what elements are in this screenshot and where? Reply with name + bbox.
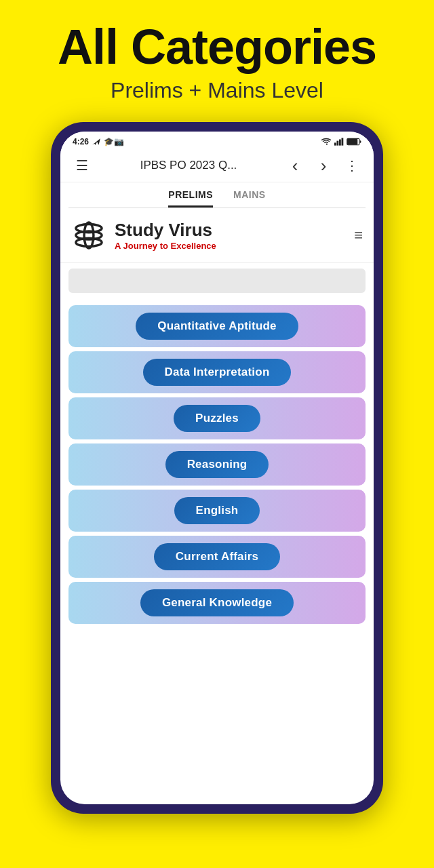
signal-icon xyxy=(334,138,344,146)
study-virus-logo xyxy=(71,218,106,253)
svg-rect-3 xyxy=(342,138,344,146)
category-button-1[interactable]: Data Interpretation xyxy=(143,359,292,386)
battery-icon xyxy=(347,138,361,146)
status-left: 4:26 🎓📷 xyxy=(73,137,124,146)
logo-name: Study Virus xyxy=(115,220,354,241)
app-bar: ☰ IPBS PO 2023 Q... ‹ › ⋮ xyxy=(60,149,374,182)
app-bar-title: IPBS PO 2023 Q... xyxy=(100,159,277,172)
category-item[interactable]: Puzzles xyxy=(68,397,366,439)
category-button-4[interactable]: English xyxy=(174,497,260,524)
category-item[interactable]: Quantitative Aptitude xyxy=(68,305,366,347)
category-button-2[interactable]: Puzzles xyxy=(174,405,260,432)
status-right xyxy=(321,138,361,146)
header-section: All Categories Prelims + Mains Level xyxy=(0,0,434,110)
logo-tagline: A Journey to Excellence xyxy=(115,241,354,251)
categories-list: Quantitative AptitudeData Interpretation… xyxy=(60,298,374,804)
search-bar-placeholder xyxy=(68,269,366,293)
wifi-icon xyxy=(321,138,332,146)
subtitle: Prelims + Mains Level xyxy=(14,78,420,103)
forward-button[interactable]: › xyxy=(313,155,334,176)
nav-icon xyxy=(92,137,101,146)
category-button-5[interactable]: Current Affairs xyxy=(154,543,280,570)
svg-rect-1 xyxy=(337,141,339,146)
category-button-6[interactable]: General Knowledge xyxy=(140,589,294,616)
category-item[interactable]: English xyxy=(68,490,366,532)
tab-mains[interactable]: MAINS xyxy=(233,189,266,208)
main-title: All Categories xyxy=(14,20,420,74)
logo-text-block: Study Virus A Journey to Excellence xyxy=(115,220,354,251)
status-icons: 🎓📷 xyxy=(104,137,124,146)
svg-rect-0 xyxy=(334,143,336,146)
tab-prelims[interactable]: PRELIMS xyxy=(168,189,213,208)
category-button-0[interactable]: Quantitative Aptitude xyxy=(136,313,298,340)
svg-rect-5 xyxy=(348,139,357,144)
category-item[interactable]: Data Interpretation xyxy=(68,351,366,393)
status-time: 4:26 xyxy=(73,137,89,146)
category-item[interactable]: Current Affairs xyxy=(68,536,366,578)
category-button-3[interactable]: Reasoning xyxy=(165,451,269,478)
logo-icon xyxy=(71,218,106,253)
category-item[interactable]: General Knowledge xyxy=(68,582,366,624)
phone-frame: 4:26 🎓📷 xyxy=(51,122,383,814)
phone-inner: 4:26 🎓📷 xyxy=(60,132,374,804)
svg-rect-2 xyxy=(339,140,341,146)
tabs-row: PRELIMS MAINS xyxy=(60,182,374,208)
more-button[interactable]: ⋮ xyxy=(341,155,363,176)
logo-area: Study Virus A Journey to Excellence ≡ xyxy=(60,208,374,263)
status-bar: 4:26 🎓📷 xyxy=(60,132,374,149)
back-button[interactable]: ‹ xyxy=(284,155,306,176)
category-item[interactable]: Reasoning xyxy=(68,443,366,486)
svg-point-9 xyxy=(84,222,94,248)
menu-button[interactable]: ☰ xyxy=(71,155,93,176)
phone-wrapper: 4:26 🎓📷 xyxy=(0,122,434,814)
logo-hamburger-icon[interactable]: ≡ xyxy=(354,226,363,244)
